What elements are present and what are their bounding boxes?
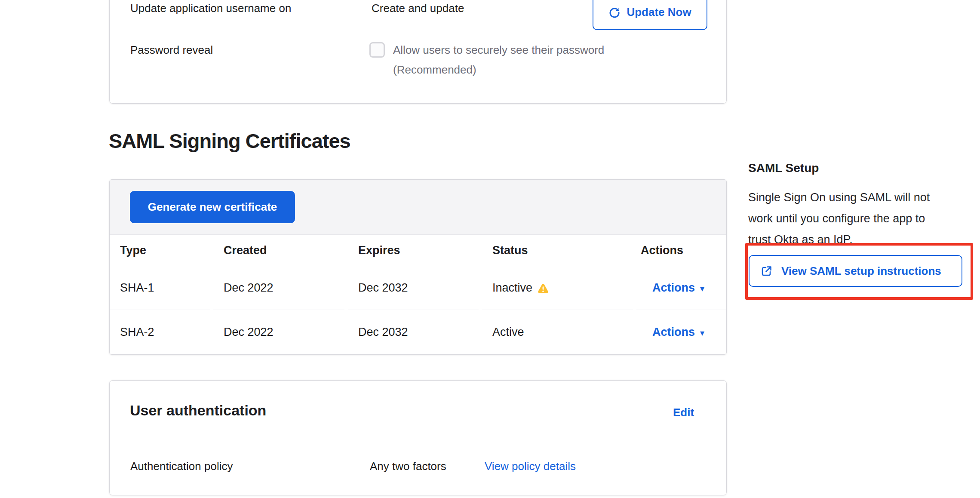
col-header-actions: Actions xyxy=(636,235,726,266)
update-username-label: Update application username on xyxy=(130,1,291,15)
password-reveal-option-line1: Allow users to securely see their passwo… xyxy=(393,43,604,57)
status-text: Active xyxy=(492,326,524,339)
cert-expires: Dec 2032 xyxy=(348,266,479,310)
okta-sign-on-settings-page: Update application username on Create an… xyxy=(0,0,980,498)
saml-setup-heading: SAML Setup xyxy=(748,161,819,175)
table-row: SHA-2 Dec 2022 Dec 2032 Active Actions ▾ xyxy=(110,310,726,354)
table-row: SHA-1 Dec 2022 Dec 2032 Inactive Actions… xyxy=(110,266,726,310)
col-header-type: Type xyxy=(110,235,210,266)
col-header-status: Status xyxy=(482,235,633,266)
user-authentication-card: User authentication Edit Authentication … xyxy=(109,380,727,495)
saml-certificates-panel: Generate new certificate Type Created Ex… xyxy=(109,179,727,355)
cert-status: Active xyxy=(482,310,633,354)
password-reveal-checkbox[interactable] xyxy=(369,42,385,58)
auth-policy-label: Authentication policy xyxy=(130,459,233,473)
saml-certificates-heading: SAML Signing Certificates xyxy=(109,129,350,153)
actions-label: Actions xyxy=(652,281,695,295)
row-actions-dropdown[interactable]: Actions ▾ xyxy=(636,266,726,310)
cert-type: SHA-1 xyxy=(110,266,210,310)
cert-expires: Dec 2032 xyxy=(348,310,479,354)
actions-label: Actions xyxy=(652,326,695,339)
status-text: Inactive xyxy=(492,281,532,295)
view-saml-instructions-button[interactable]: View SAML setup instructions xyxy=(749,255,962,287)
generate-certificate-button[interactable]: Generate new certificate xyxy=(130,191,295,223)
chevron-down-icon: ▾ xyxy=(700,328,704,338)
certificates-toolbar: Generate new certificate xyxy=(110,180,726,235)
chevron-down-icon: ▾ xyxy=(700,283,704,294)
view-saml-instructions-label: View SAML setup instructions xyxy=(781,264,941,278)
warning-icon xyxy=(538,283,549,294)
password-reveal-option-line2: (Recommended) xyxy=(393,63,476,77)
col-header-expires: Expires xyxy=(348,235,479,266)
update-now-label: Update Now xyxy=(627,6,691,19)
col-header-created: Created xyxy=(213,235,344,266)
cert-type: SHA-2 xyxy=(110,310,210,354)
refresh-icon xyxy=(608,6,621,18)
auth-policy-value: Any two factors xyxy=(370,459,446,473)
cert-created: Dec 2022 xyxy=(213,266,344,310)
password-reveal-label: Password reveal xyxy=(130,43,213,57)
row-actions-dropdown[interactable]: Actions ▾ xyxy=(636,310,726,354)
saml-setup-text-line1: Single Sign On using SAML will not xyxy=(748,191,930,205)
cert-created: Dec 2022 xyxy=(213,310,344,354)
saml-setup-text-line2: work until you configure the app to xyxy=(748,212,925,226)
cert-status: Inactive xyxy=(482,266,633,310)
sign-on-settings-card: Update application username on Create an… xyxy=(109,0,727,104)
update-username-value: Create and update xyxy=(372,1,464,15)
user-auth-heading: User authentication xyxy=(130,402,266,419)
certificates-table-header: Type Created Expires Status Actions xyxy=(110,235,726,266)
view-policy-details-link[interactable]: View policy details xyxy=(485,459,576,473)
external-link-icon xyxy=(761,265,772,277)
edit-link[interactable]: Edit xyxy=(673,406,694,419)
update-now-button[interactable]: Update Now xyxy=(593,0,707,30)
